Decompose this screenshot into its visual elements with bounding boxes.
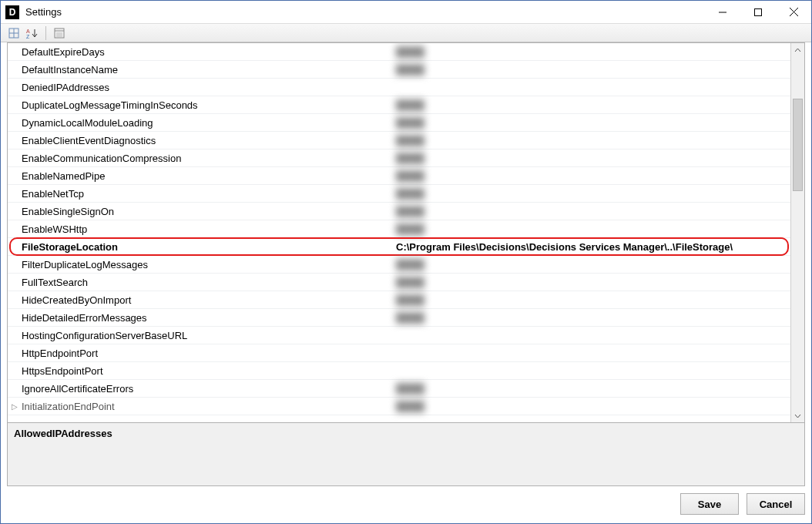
- toolbar-separator: [45, 26, 46, 40]
- toolbar: A Z: [1, 24, 811, 42]
- property-label: HostingConfigurationServerBaseURL: [22, 330, 391, 341]
- property-row[interactable]: HostingConfigurationServerBaseURL: [8, 327, 790, 344]
- sort-az-icon: A Z: [26, 28, 39, 39]
- property-value[interactable]: ████: [391, 99, 790, 111]
- property-row[interactable]: FullTextSearch████: [8, 274, 790, 291]
- content-area: DefaultExpireDays████DefaultInstanceName…: [1, 42, 811, 523]
- property-value[interactable]: ████: [391, 401, 790, 412]
- property-label: HideCreatedByOnImport: [22, 294, 391, 306]
- property-row[interactable]: HttpEndpointPort: [8, 344, 790, 362]
- expand-icon[interactable]: ▷: [8, 402, 22, 411]
- scroll-down-arrow[interactable]: [791, 408, 804, 422]
- save-button[interactable]: Save: [680, 493, 739, 515]
- property-label: HideDetailedErrorMessages: [22, 312, 391, 324]
- property-label: DynamicLocalModuleLoading: [22, 117, 391, 129]
- property-row[interactable]: HideCreatedByOnImport████: [8, 291, 790, 309]
- property-row[interactable]: ▷InitializationEndPoint████: [8, 398, 790, 415]
- property-value[interactable]: ████: [391, 117, 790, 129]
- property-row[interactable]: EnableNetTcp████: [8, 185, 790, 203]
- property-label: DuplicateLogMessageTimingInSeconds: [22, 99, 391, 111]
- categorize-icon: [8, 28, 19, 39]
- property-grid: DefaultExpireDays████DefaultInstanceName…: [7, 42, 805, 423]
- property-row[interactable]: DuplicateLogMessageTimingInSeconds████: [8, 96, 790, 114]
- property-label: EnableWSHttp: [22, 223, 391, 235]
- app-icon: D: [5, 5, 19, 19]
- property-value[interactable]: ████: [391, 135, 790, 146]
- window-title: Settings: [25, 6, 705, 18]
- window-controls: [705, 1, 811, 23]
- settings-window: D Settings A Z: [0, 0, 812, 524]
- property-row[interactable]: FilterDuplicateLogMessages████: [8, 256, 790, 274]
- property-label: DefaultExpireDays: [22, 46, 391, 58]
- titlebar: D Settings: [1, 1, 811, 24]
- property-list[interactable]: DefaultExpireDays████DefaultInstanceName…: [8, 43, 790, 422]
- property-row[interactable]: DefaultInstanceName████: [8, 61, 790, 79]
- property-row[interactable]: DefaultExpireDays████: [8, 43, 790, 61]
- property-pages-button[interactable]: [51, 25, 68, 41]
- property-row[interactable]: EnableSingleSignOn████: [8, 203, 790, 220]
- property-row[interactable]: DeniedIPAddresses: [8, 79, 790, 96]
- svg-rect-1: [755, 8, 762, 15]
- property-row[interactable]: HttpsEndpointPort: [8, 362, 790, 380]
- minimize-button[interactable]: [705, 1, 740, 23]
- vertical-scrollbar[interactable]: [790, 43, 804, 422]
- property-label: IgnoreAllCertificateErrors: [22, 383, 391, 395]
- description-title: AllowedIPAddresses: [14, 428, 798, 439]
- property-label: DefaultInstanceName: [22, 64, 391, 76]
- property-label: EnableCommunicationCompression: [22, 153, 391, 164]
- property-value[interactable]: ████: [391, 294, 790, 306]
- cancel-button[interactable]: Cancel: [747, 493, 805, 515]
- close-button[interactable]: [776, 1, 811, 23]
- button-bar: Save Cancel: [7, 486, 805, 517]
- svg-text:Z: Z: [26, 34, 30, 39]
- property-value[interactable]: ████: [391, 206, 790, 217]
- scroll-thumb[interactable]: [793, 99, 803, 191]
- property-row[interactable]: EnableClientEventDiagnostics████: [8, 132, 790, 149]
- maximize-button[interactable]: [740, 1, 776, 23]
- property-label: DeniedIPAddresses: [22, 82, 391, 93]
- property-value[interactable]: ████: [391, 188, 790, 200]
- property-row[interactable]: EnableWSHttp████: [8, 220, 790, 238]
- property-value[interactable]: ████: [391, 259, 790, 270]
- property-label: EnableNamedPipe: [22, 170, 391, 182]
- property-value[interactable]: ████: [391, 46, 790, 58]
- property-value[interactable]: ████: [391, 170, 790, 182]
- property-row[interactable]: EnableCommunicationCompression████: [8, 149, 790, 167]
- property-value[interactable]: ████: [391, 64, 790, 76]
- property-value[interactable]: ████: [391, 312, 790, 324]
- property-value[interactable]: ████: [391, 223, 790, 235]
- property-row[interactable]: DynamicLocalModuleLoading████: [8, 114, 790, 132]
- property-row[interactable]: FileStorageLocationC:\Program Files\Deci…: [8, 238, 790, 256]
- property-label: HttpsEndpointPort: [22, 365, 391, 377]
- property-value[interactable]: ████: [391, 383, 790, 395]
- property-value[interactable]: C:\Program Files\Decisions\Decisions Ser…: [391, 241, 790, 253]
- property-row[interactable]: EnableNamedPipe████: [8, 167, 790, 185]
- property-row[interactable]: IgnoreAllCertificateErrors████: [8, 380, 790, 398]
- categorize-button[interactable]: [5, 25, 22, 41]
- property-label: HttpEndpointPort: [22, 348, 391, 359]
- property-label: EnableNetTcp: [22, 188, 391, 200]
- property-label: InitializationEndPoint: [22, 401, 391, 412]
- property-value[interactable]: ████: [391, 277, 790, 288]
- scroll-up-arrow[interactable]: [791, 43, 804, 57]
- chevron-down-icon: [794, 412, 801, 419]
- property-value[interactable]: ████: [391, 153, 790, 164]
- property-label: FilterDuplicateLogMessages: [22, 259, 391, 270]
- property-label: FullTextSearch: [22, 277, 391, 288]
- svg-text:A: A: [26, 29, 30, 34]
- property-pages-icon: [54, 28, 65, 39]
- property-row[interactable]: HideDetailedErrorMessages████: [8, 309, 790, 327]
- property-label: EnableSingleSignOn: [22, 206, 391, 217]
- description-panel: AllowedIPAddresses: [7, 423, 805, 486]
- sort-az-button[interactable]: A Z: [24, 25, 41, 41]
- property-label: FileStorageLocation: [22, 241, 391, 253]
- property-label: EnableClientEventDiagnostics: [22, 135, 391, 146]
- chevron-up-icon: [794, 47, 801, 54]
